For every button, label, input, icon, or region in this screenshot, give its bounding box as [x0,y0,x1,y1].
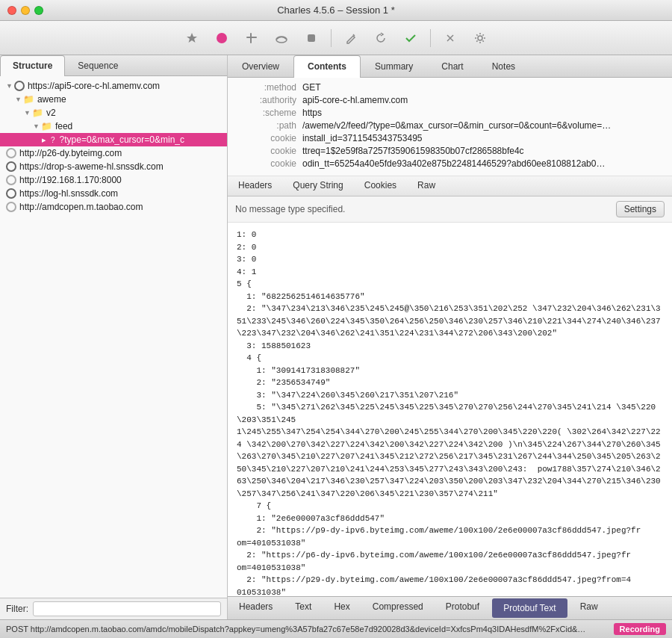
detail-value-authority: api5-core-c-hl.amemv.com [302,95,408,105]
maximize-button[interactable] [34,6,43,15]
toolbar-sep-2 [430,29,431,47]
http-icon-3 [6,202,16,212]
detail-row-method: :method GET [237,82,663,93]
code-content[interactable]: 1: 0 2: 0 3: 0 4: 1 5 { 1: "682256251461… [228,223,672,596]
sub-tab-query-string[interactable]: Query String [282,176,353,196]
recording-badge: Recording [614,623,666,635]
toolbar-btn-6[interactable] [337,26,364,50]
tree-item-aweme[interactable]: ▼ 📁 aweme [0,93,227,106]
top-tabs: Overview Contents Summary Chart Notes [228,55,672,78]
request-details: :method GET :authority api5-core-c-hl.am… [228,78,672,176]
filter-input[interactable] [33,601,221,616]
detail-label-path: :path [237,120,296,131]
bottom-tab-protobuf[interactable]: Protobuf [435,597,491,619]
no-message-text: No message type specified. [235,204,345,214]
sub-tab-cookies[interactable]: Cookies [354,176,407,196]
toolbar-btn-1[interactable] [178,26,205,50]
detail-row-scheme: :scheme https [237,108,663,118]
detail-row-cookie3: cookie odin_tt=65254a40e5fde93a402e875b2… [237,158,663,169]
tree-item-drop[interactable]: https://drop-s-aweme-hl.snssdk.com [0,160,227,173]
detail-label-scheme: :scheme [237,108,296,118]
detail-row-cookie1: cookie install_id=3711545343753495 [237,133,663,143]
tree-item-192[interactable]: http://192.168.1.170:8000 [0,173,227,187]
detail-label-cookie2: cookie [237,146,296,156]
toolbar-btn-5[interactable] [298,26,325,50]
right-panel: Overview Contents Summary Chart Notes :m… [228,55,672,619]
tree-item-query[interactable]: ▸ ? ?type=0&max_cursor=0&min_c [0,133,227,146]
content-sub-header: No message type specified. Settings [228,196,672,223]
detail-value-path: /aweme/v2/feed/?type=0&max_cursor=0&min_… [302,120,611,131]
svg-rect-2 [250,33,252,43]
status-bar: POST http://amdcopen.m.taobao.com/amdc/m… [0,619,672,638]
toolbar-btn-9[interactable] [437,26,464,50]
tree-item-v2[interactable]: ▼ 📁 v2 [0,106,227,120]
tab-contents[interactable]: Contents [293,55,361,78]
toolbar-btn-8[interactable] [397,26,424,50]
detail-row-cookie2: cookie ttreq=1$2e59f8a7257f359061598350b… [237,146,663,156]
toolbar-btn-3[interactable] [238,26,265,50]
detail-value-cookie1: install_id=3711545343753495 [302,133,422,143]
tree-item-amdc[interactable]: http://amdcopen.m.taobao.com [0,200,227,214]
tab-chart[interactable]: Chart [427,55,477,77]
detail-value-scheme: https [302,108,322,118]
detail-label-method: :method [237,82,296,93]
detail-value-method: GET [302,82,321,93]
bottom-tab-protobuf-text[interactable]: Protobuf Text [492,598,567,618]
svg-point-0 [217,33,227,43]
main-layout: Structure Sequence ▼ https://api5-core-c… [0,55,672,619]
window-title: Charles 4.5.6 – Session 1 * [277,4,395,16]
bottom-tab-text[interactable]: Text [284,597,323,619]
detail-label-cookie3: cookie [237,158,296,169]
detail-row-authority: :authority api5-core-c-hl.amemv.com [237,95,663,105]
tab-sequence[interactable]: Sequence [65,55,131,75]
https-icon [14,81,25,91]
tab-structure[interactable]: Structure [0,55,65,76]
toolbar-btn-4[interactable] [268,26,295,50]
detail-row-path: :path /aweme/v2/feed/?type=0&max_cursor=… [237,120,663,131]
minimize-button[interactable] [21,6,30,15]
svg-rect-4 [308,34,315,42]
https-icon-3 [6,188,16,199]
tree-item-p26[interactable]: http://p26-dy.byteimg.com [0,146,227,160]
panel-tabs: Structure Sequence [0,55,227,76]
detail-label-authority: :authority [237,95,296,105]
sub-tab-headers[interactable]: Headers [228,176,282,196]
toolbar-btn-7[interactable] [367,26,394,50]
toolbar-sep-1 [331,29,332,47]
sub-tab-raw[interactable]: Raw [407,176,446,196]
svg-point-5 [478,36,482,40]
filter-bar: Filter: [0,598,227,619]
settings-button[interactable]: Settings [616,201,665,217]
http-icon-1 [6,148,16,158]
bottom-tabs: Headers Text Hex Compressed Protobuf Pro… [228,596,672,619]
bottom-tab-hex[interactable]: Hex [323,597,361,619]
detail-value-cookie3: odin_tt=65254a40e5fde93a402e875b22481446… [302,158,605,169]
title-bar: Charles 4.5.6 – Session 1 * [0,0,672,21]
toolbar-btn-settings[interactable] [467,26,494,50]
sub-tabs: Headers Query String Cookies Raw [228,176,672,196]
tab-overview[interactable]: Overview [228,55,293,77]
toolbar [0,21,672,55]
bottom-tab-raw[interactable]: Raw [569,597,609,619]
window-controls[interactable] [7,6,43,15]
tree-item-log[interactable]: https://log-hl.snssdk.com [0,187,227,200]
close-button[interactable] [7,6,16,15]
bottom-tab-compressed[interactable]: Compressed [361,597,435,619]
bottom-tab-headers[interactable]: Headers [228,597,284,619]
http-icon-2 [6,175,16,185]
tree-item-feed[interactable]: ▼ 📁 feed [0,120,227,133]
tree-item-api5[interactable]: ▼ https://api5-core-c-hl.amemv.com [0,79,227,93]
left-panel: Structure Sequence ▼ https://api5-core-c… [0,55,228,619]
filter-label: Filter: [6,604,28,614]
detail-label-cookie1: cookie [237,133,296,143]
tab-summary[interactable]: Summary [361,55,427,77]
tab-notes[interactable]: Notes [478,55,529,77]
tree-view: ▼ https://api5-core-c-hl.amemv.com ▼ 📁 a… [0,76,227,598]
toolbar-btn-record[interactable] [208,26,235,50]
status-url: POST http://amdcopen.m.taobao.com/amdc/m… [6,625,608,634]
https-icon-2 [6,161,16,172]
detail-value-cookie2: ttreq=1$2e59f8a7257f359061598350b07cf286… [302,146,524,156]
